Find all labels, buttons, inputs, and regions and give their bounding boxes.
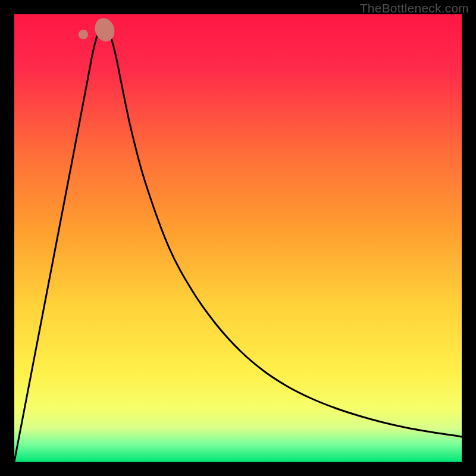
attribution-label: TheBottleneck.com: [360, 1, 469, 15]
chart-frame: TheBottleneck.com: [0, 0, 476, 476]
curve-layer: [14, 14, 462, 462]
bottleneck-curve: [14, 27, 462, 462]
marker-dot-left: [79, 30, 88, 39]
